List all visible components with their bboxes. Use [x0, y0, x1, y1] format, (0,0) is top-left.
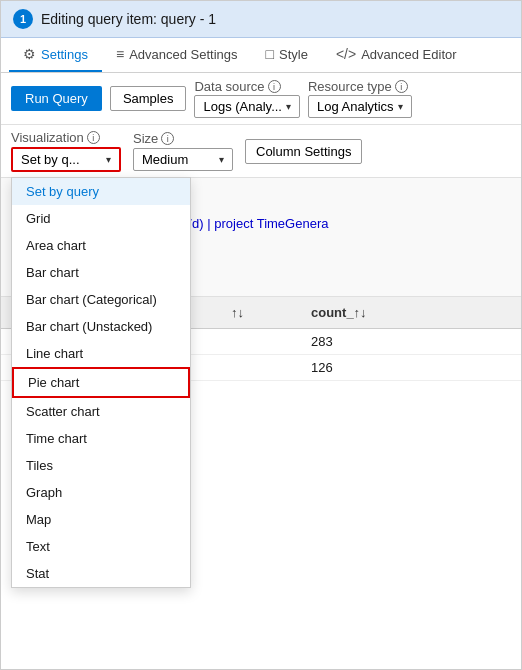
dropdown-item-tiles[interactable]: Tiles: [12, 452, 190, 479]
resource-type-info-icon[interactable]: i: [395, 80, 408, 93]
chevron-down-icon: ▾: [219, 154, 224, 165]
advanced-editor-icon: </>: [336, 46, 356, 62]
col-header-sort[interactable]: ↑↓: [221, 301, 301, 324]
visualization-label: Visualization i: [11, 130, 121, 145]
size-info-icon[interactable]: i: [161, 132, 174, 145]
data-source-value: Logs (Analy...: [203, 99, 282, 114]
dropdown-item-bar-chart-categorical[interactable]: Bar chart (Categorical): [12, 286, 190, 313]
size-dropdown[interactable]: Medium ▾: [133, 148, 233, 171]
tab-advanced-settings-label: Advanced Settings: [129, 47, 237, 62]
dropdown-item-scatter-chart[interactable]: Scatter chart: [12, 398, 190, 425]
cell-1-3: 283: [301, 329, 521, 354]
dropdown-item-set-by-query[interactable]: Set by query: [12, 178, 190, 205]
title-badge: 1: [13, 9, 33, 29]
tab-advanced-editor[interactable]: </> Advanced Editor: [322, 38, 471, 72]
sort-icon: ↑↓: [231, 305, 244, 320]
resource-type-dropdown[interactable]: Log Analytics ▾: [308, 95, 412, 118]
visualization-info-icon[interactable]: i: [87, 131, 100, 144]
size-group: Size i Medium ▾: [133, 131, 233, 171]
tab-settings[interactable]: ⚙ Settings: [9, 38, 102, 72]
visualization-dropdown-menu: Set by query Grid Area chart Bar chart B…: [11, 177, 191, 588]
resource-type-group: Resource type i Log Analytics ▾: [308, 79, 412, 118]
cell-2-2: [221, 355, 301, 380]
chevron-down-icon: ▾: [106, 154, 111, 165]
run-query-button[interactable]: Run Query: [11, 86, 102, 111]
count-label: count_↑↓: [311, 305, 367, 320]
dropdown-item-map[interactable]: Map: [12, 506, 190, 533]
dropdown-item-area-chart[interactable]: Area chart: [12, 232, 190, 259]
chevron-down-icon: ▾: [286, 101, 291, 112]
visualization-group: Visualization i Set by q... ▾: [11, 130, 121, 172]
col-header-count[interactable]: count_↑↓: [301, 301, 521, 324]
title-bar: 1 Editing query item: query - 1: [1, 1, 521, 38]
tab-advanced-settings[interactable]: ≡ Advanced Settings: [102, 38, 252, 72]
data-source-label: Data source i: [194, 79, 280, 94]
dropdown-item-text[interactable]: Text: [12, 533, 190, 560]
chevron-down-icon: ▾: [398, 101, 403, 112]
dropdown-item-line-chart[interactable]: Line chart: [12, 340, 190, 367]
data-source-info-icon[interactable]: i: [268, 80, 281, 93]
style-icon: □: [266, 46, 274, 62]
tab-advanced-editor-label: Advanced Editor: [361, 47, 456, 62]
size-value: Medium: [142, 152, 188, 167]
dropdown-item-bar-chart-unstacked[interactable]: Bar chart (Unstacked): [12, 313, 190, 340]
tab-style-label: Style: [279, 47, 308, 62]
dropdown-item-stat[interactable]: Stat: [12, 560, 190, 587]
title-text: Editing query item: query - 1: [41, 11, 216, 27]
size-label: Size i: [133, 131, 233, 146]
viz-row: Visualization i Set by q... ▾ Size i Med…: [1, 125, 521, 178]
visualization-dropdown[interactable]: Set by q... ▾: [11, 147, 121, 172]
settings-icon: ⚙: [23, 46, 36, 62]
cell-1-2: [221, 329, 301, 354]
toolbar: Run Query Samples Data source i Logs (An…: [1, 73, 521, 125]
tab-settings-label: Settings: [41, 47, 88, 62]
samples-button[interactable]: Samples: [110, 86, 187, 111]
dropdown-item-pie-chart[interactable]: Pie chart: [12, 367, 190, 398]
dropdown-item-graph[interactable]: Graph: [12, 479, 190, 506]
dropdown-item-grid[interactable]: Grid: [12, 205, 190, 232]
column-settings-button[interactable]: Column Settings: [245, 139, 362, 164]
visualization-value: Set by q...: [21, 152, 80, 167]
tab-bar: ⚙ Settings ≡ Advanced Settings □ Style <…: [1, 38, 521, 73]
tab-style[interactable]: □ Style: [252, 38, 322, 72]
data-source-dropdown[interactable]: Logs (Analy... ▾: [194, 95, 300, 118]
resource-type-value: Log Analytics: [317, 99, 394, 114]
resource-type-label: Resource type i: [308, 79, 408, 94]
dropdown-item-time-chart[interactable]: Time chart: [12, 425, 190, 452]
dropdown-item-bar-chart[interactable]: Bar chart: [12, 259, 190, 286]
advanced-settings-icon: ≡: [116, 46, 124, 62]
data-source-group: Data source i Logs (Analy... ▾: [194, 79, 300, 118]
cell-2-3: 126: [301, 355, 521, 380]
